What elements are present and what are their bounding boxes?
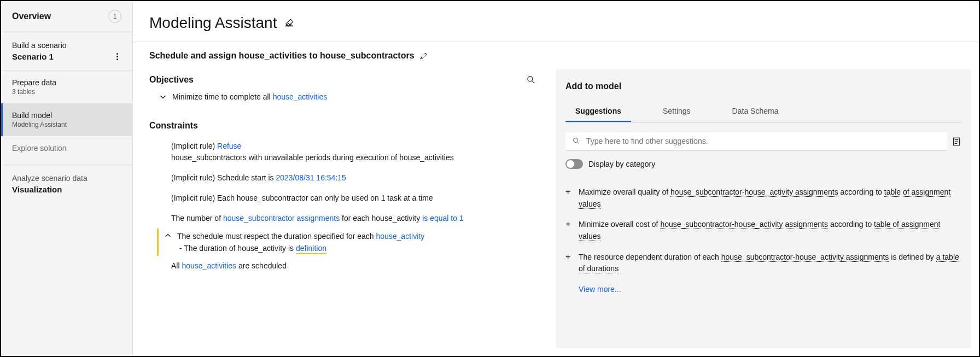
- constraints-heading: Constraints: [149, 121, 536, 131]
- build-title: Build model: [12, 111, 121, 120]
- scenario-name: Scenario 1: [12, 52, 54, 61]
- constraint-item-expanded[interactable]: The schedule must respect the duration s…: [157, 229, 536, 256]
- add-to-model-heading: Add to model: [565, 81, 961, 91]
- add-icon[interactable]: +: [565, 219, 573, 242]
- tab-data-schema[interactable]: Data Schema: [722, 101, 789, 122]
- overview-title: Overview: [12, 11, 51, 21]
- search-icon[interactable]: [526, 75, 536, 85]
- value-one[interactable]: 1: [457, 214, 464, 223]
- view-more-link[interactable]: View more...: [565, 279, 961, 294]
- page-header: Modeling Assistant: [133, 1, 979, 42]
- constraint-item[interactable]: The number of house_subcontractor assign…: [149, 208, 536, 229]
- tab-suggestions[interactable]: Suggestions: [565, 101, 631, 122]
- chevron-down-icon[interactable]: [159, 93, 167, 101]
- prepare-title: Prepare data: [12, 78, 121, 87]
- overview-badge: 1: [108, 10, 121, 23]
- sidebar-overview[interactable]: Overview 1: [1, 1, 132, 32]
- assignments-link[interactable]: house_subcontractor assignments: [223, 214, 340, 223]
- chevron-up-icon[interactable]: [164, 232, 172, 239]
- tabs: Suggestions Settings Data Schema: [565, 101, 961, 122]
- subheader: Schedule and assign house_activities to …: [133, 42, 979, 64]
- subheader-text: Schedule and assign house_activities to …: [149, 51, 415, 61]
- toggle-label: Display by category: [588, 160, 655, 168]
- refuse-link[interactable]: Refuse: [217, 142, 241, 150]
- constraint-item[interactable]: (Implicit rule) Each house_subcontractor…: [149, 188, 536, 208]
- visualization-link[interactable]: Visualization: [12, 185, 121, 194]
- svg-point-1: [574, 138, 578, 143]
- model-pane: Objectives Minimize time to complete all…: [133, 64, 552, 356]
- schedule-start-link[interactable]: 2023/08/31 16:54:15: [276, 173, 346, 182]
- house-activity-link[interactable]: house_activity: [376, 232, 424, 241]
- objective-link[interactable]: house_activities: [273, 92, 328, 101]
- prepare-sub: 3 tables: [12, 88, 121, 96]
- catalog-icon[interactable]: [952, 137, 961, 147]
- sidebar: Overview 1 Build a scenario Scenario 1 P…: [1, 1, 133, 356]
- suggestions-search[interactable]: [565, 132, 947, 150]
- equal-link[interactable]: is equal to: [422, 214, 457, 223]
- activities-link[interactable]: house_activities: [182, 261, 236, 270]
- suggestion-link[interactable]: house_subcontractor-house_activity assig…: [721, 253, 889, 262]
- constraint-item[interactable]: (Implicit rule) Refuse house_subcontract…: [149, 136, 536, 168]
- sidebar-item-prepare-data[interactable]: Prepare data 3 tables: [1, 71, 132, 103]
- add-icon[interactable]: +: [565, 186, 573, 210]
- edit-icon[interactable]: [420, 51, 430, 61]
- analyze-label: Analyze scenario data: [12, 174, 121, 183]
- display-by-category-toggle[interactable]: [565, 159, 583, 169]
- constraint-item[interactable]: (Implicit rule) Schedule start is 2023/0…: [149, 168, 536, 188]
- objective-item[interactable]: Minimize time to complete all house_acti…: [149, 85, 536, 106]
- scenario-menu-icon[interactable]: [113, 53, 121, 60]
- definition-link[interactable]: definition: [296, 244, 326, 254]
- page-title: Modeling Assistant: [149, 14, 277, 32]
- build-scenario-label: Build a scenario: [12, 41, 121, 50]
- tab-settings[interactable]: Settings: [653, 101, 701, 122]
- explore-title: Explore solution: [12, 144, 121, 153]
- search-icon: [572, 137, 581, 145]
- add-icon[interactable]: +: [565, 251, 573, 275]
- sidebar-item-explore-solution[interactable]: Explore solution: [1, 136, 132, 160]
- suggestion-item[interactable]: + Minimize overall cost of house_subcont…: [565, 214, 961, 247]
- svg-point-0: [528, 77, 533, 81]
- sidebar-analyze-section: Analyze scenario data Visualization: [1, 165, 132, 203]
- suggestions-search-input[interactable]: [586, 137, 941, 145]
- build-sub: Modeling Assistant: [12, 121, 121, 128]
- erase-icon[interactable]: [284, 18, 294, 28]
- add-to-model-panel: Add to model Suggestions Settings Data S…: [556, 69, 971, 348]
- main: Modeling Assistant Schedule and assign h…: [133, 1, 979, 356]
- suggestion-link[interactable]: house_subcontractor-house_activity assig…: [670, 188, 838, 197]
- constraint-item[interactable]: All house_activities are scheduled: [149, 256, 536, 276]
- objectives-heading: Objectives: [149, 75, 194, 85]
- objective-text: Minimize time to complete all: [172, 92, 273, 101]
- sidebar-scenario-section: Build a scenario Scenario 1: [1, 32, 132, 71]
- suggestion-link[interactable]: house_subcontractor-house_activity assig…: [660, 220, 828, 229]
- sidebar-item-build-model[interactable]: Build model Modeling Assistant: [1, 103, 132, 136]
- suggestion-item[interactable]: + The resource dependent duration of eac…: [565, 247, 961, 279]
- suggestion-item[interactable]: + Maximize overall quality of house_subc…: [565, 182, 961, 214]
